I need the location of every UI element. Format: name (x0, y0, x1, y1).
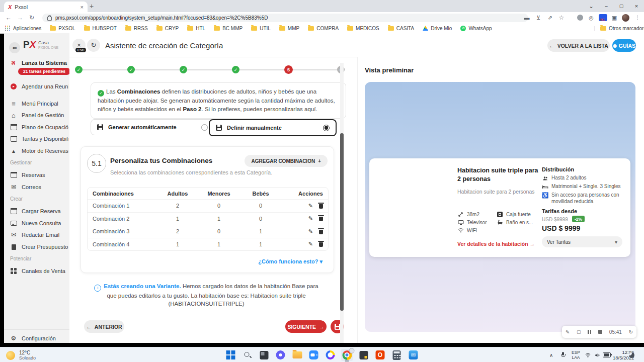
bookmark-drive-mio[interactable]: Drive Mio (423, 26, 452, 31)
language-indicator[interactable]: ESPLAA (572, 347, 580, 362)
mail-app-icon[interactable]: ✉ (408, 349, 420, 361)
generar-automaticamente-option[interactable]: Generar automáticamente (91, 119, 214, 135)
loom-app-icon[interactable] (275, 349, 287, 361)
rec-extension-icon[interactable]: REC (598, 14, 607, 22)
sidebar-item-menu-principal[interactable]: ≡ Menú Principal (10, 99, 68, 108)
sidebar-collapse-button[interactable]: ⇐ (9, 42, 20, 53)
step-1-done[interactable] (75, 66, 83, 73)
content-scrollbar[interactable] (340, 63, 344, 343)
volver-a-la-lista-button[interactable]: ←VOLVER A LA LISTA (547, 39, 610, 52)
microphone-icon[interactable] (560, 347, 566, 362)
speaker-tray-icon[interactable] (594, 347, 600, 362)
restart-icon[interactable]: ↻ (629, 329, 633, 335)
scrollbar-thumb[interactable] (340, 133, 344, 311)
start-button[interactable] (225, 349, 237, 361)
edit-icon[interactable]: ✎ (303, 215, 313, 222)
bookmark-casita[interactable]: CASITA (388, 26, 414, 31)
bookmark-cryp[interactable]: CRYP (156, 26, 179, 31)
screenshot-extension-icon[interactable]: ◎ (587, 14, 596, 22)
anterior-button[interactable]: ←ANTERIOR (84, 320, 124, 333)
sidebar-item-correos[interactable]: ✉ Correos (10, 183, 68, 192)
sidebar-item-redactar-email[interactable]: ✉ Redactar Email (10, 230, 68, 239)
chrome-app-icon[interactable] (341, 349, 353, 361)
bookmark-whatsapp[interactable]: ✆WhatsApp (460, 26, 492, 31)
delete-icon[interactable] (319, 230, 323, 234)
window-maximize-button[interactable]: ▢ (614, 0, 629, 12)
extension-generic-icon[interactable] (576, 14, 585, 22)
sidebar-item-configuracion[interactable]: ⚙ Configuración (10, 334, 68, 343)
step-5-current[interactable]: 5 (284, 65, 293, 74)
ver-tarifas-button[interactable]: Ver Tarifas ▾ (542, 236, 622, 247)
sidebar-item-motor-de-reservas[interactable]: ▲ Motor de Reservas (10, 146, 68, 155)
forward-button[interactable]: → (15, 12, 26, 23)
notepad-app-icon[interactable] (358, 349, 370, 361)
step-4-done[interactable] (232, 66, 239, 73)
tray-chevron-icon[interactable]: ∧ (549, 347, 553, 362)
stop-button[interactable] (598, 330, 602, 334)
browser-tab[interactable]: X Pxsol × (4, 2, 88, 12)
sidebar-item-plano-de-ocupacion[interactable]: Plano de Ocupación (10, 123, 68, 132)
bookmark-mmp[interactable]: MMP (279, 26, 299, 31)
search-button[interactable] (242, 349, 254, 361)
edit-icon[interactable]: ✎ (303, 203, 313, 209)
sidebar-item-lanza-tu-sistema[interactable]: ✈ Lanza tu Sistema (10, 58, 68, 67)
bookmark-htl[interactable]: HTL (187, 26, 205, 31)
browser-menu-icon[interactable]: ⋮ (633, 14, 642, 22)
other-bookmarks[interactable]: Otros marcadores (600, 26, 644, 31)
back-button[interactable]: ← (3, 12, 14, 23)
sidebar-item-panel-de-gestion[interactable]: ⌂ Panel de Gestión (10, 111, 68, 120)
media-control-icon[interactable]: ▬ (522, 14, 531, 22)
sidebar-item-nueva-consulta[interactable]: Nueva Consulta (10, 219, 68, 228)
sidebar-item-tarifas-y-disponibilidad[interactable]: Tarifas y Disponibilid (10, 134, 68, 143)
sidebar-item-canales-de-venta[interactable]: Canales de Venta (10, 266, 68, 276)
region-icon[interactable]: ▢ (577, 329, 581, 334)
step-3-done[interactable] (180, 66, 187, 73)
draw-pencil-icon[interactable]: ✎ (566, 329, 570, 335)
share-icon[interactable]: ⇗ (545, 14, 554, 22)
tab-search-chevron-icon[interactable]: ⌄ (584, 0, 599, 12)
apps-shortcut[interactable]: Aplicaciones (5, 26, 41, 31)
radio-unselected[interactable] (201, 124, 208, 131)
agregar-combinacion-button[interactable]: AGREGAR COMBINACION+ (245, 155, 328, 167)
edit-icon[interactable]: ✎ (303, 228, 313, 235)
sidebar-item-cargar-reserva[interactable]: Cargar Reserva (10, 207, 68, 216)
step-2-done[interactable] (127, 66, 135, 73)
ver-detalles-link[interactable]: Ver detalles de la habitación → (457, 241, 535, 247)
bookmark-rrss[interactable]: RRSS (125, 26, 148, 31)
extensions-puzzle-icon[interactable]: ▣ (610, 14, 619, 22)
download-icon[interactable]: ⊻ (534, 14, 543, 22)
window-close-button[interactable]: × (629, 0, 644, 12)
guias-button[interactable]: ◉GUÍAS (612, 39, 636, 52)
definir-manualmente-option[interactable]: Definir manualmente (209, 119, 337, 136)
calculator-app-icon[interactable] (391, 349, 403, 361)
battery-tray-icon[interactable] (603, 347, 611, 362)
bookmark-star-icon[interactable]: ☆ (557, 14, 566, 22)
window-minimize-button[interactable]: − (599, 0, 614, 12)
bookmark-hubspot[interactable]: HUBSPOT (84, 26, 117, 31)
bookmark-pxsol[interactable]: PXSOL (50, 26, 75, 31)
bookmark-bcmmp[interactable]: BC MMP (214, 26, 243, 31)
sidebar-item-crear-presupuesto[interactable]: Crear Presupuesto (10, 242, 68, 251)
focus-moon-icon[interactable] (629, 347, 634, 362)
pause-button[interactable] (588, 330, 591, 334)
delete-icon[interactable] (319, 242, 323, 247)
bookmark-util[interactable]: UTIL (251, 26, 271, 31)
tab-close-icon[interactable]: × (80, 4, 84, 10)
sidebar-item-reservas[interactable]: Reservas (10, 170, 68, 179)
delete-icon[interactable] (319, 217, 323, 221)
url-field[interactable]: pms.pxsol.com/apps/onboarding/system_set… (42, 14, 528, 22)
edit-icon[interactable]: ✎ (303, 241, 313, 247)
file-explorer-icon[interactable] (291, 349, 303, 361)
sidebar-item-agendar-reunion[interactable]: ▸ Agendar una Reunión (10, 82, 68, 91)
bookmark-compra[interactable]: COMPRA (308, 26, 339, 31)
radio-selected[interactable] (323, 125, 330, 131)
antivirus-app-icon[interactable] (325, 349, 337, 361)
new-tab-button[interactable]: + (87, 1, 97, 11)
profile-avatar[interactable] (621, 14, 630, 22)
delete-icon[interactable] (319, 204, 323, 209)
zoom-app-icon[interactable] (308, 349, 320, 361)
refresh-wizard-button[interactable]: ↻ (87, 39, 100, 52)
weather-widget[interactable]: 12°C Soleado (6, 350, 36, 360)
wifi-tray-icon[interactable] (585, 347, 591, 362)
como-funciona-link[interactable]: ¿Cómo funciona esto? ▾ (258, 258, 323, 265)
